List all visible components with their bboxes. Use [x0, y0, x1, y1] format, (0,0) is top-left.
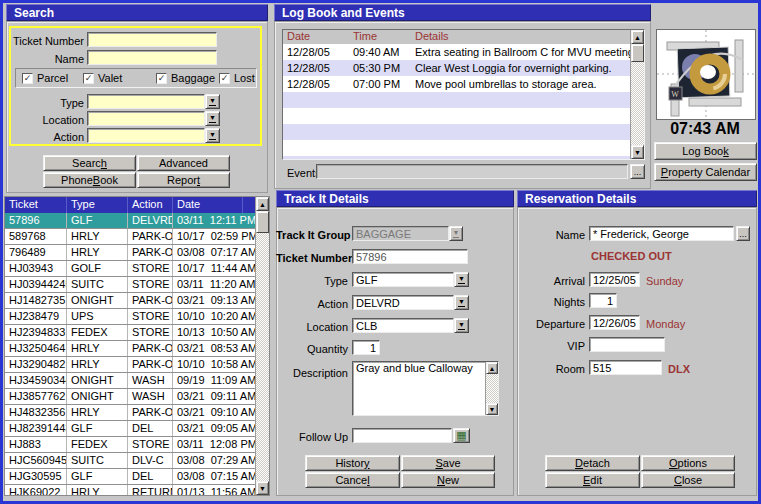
table-row[interactable]: HJ1482735ONIGHTPARK-O03/21 09:13 AM [5, 293, 257, 309]
logbook-column-header: Time [349, 30, 411, 44]
trackit-followup-input[interactable] [352, 428, 452, 443]
description-vertical-scrollbar[interactable]: ▲ ▼ [485, 362, 498, 415]
options-button[interactable]: Options [641, 455, 735, 471]
type-combo-input[interactable] [87, 94, 205, 109]
table-row[interactable]: HJ039442456SUITCSTORE03/11 11:20 AM [5, 277, 257, 293]
history-button[interactable]: History [305, 455, 400, 471]
reservation-name-input[interactable] [589, 226, 734, 241]
check-icon[interactable]: ✓ [83, 73, 94, 84]
advanced-button[interactable]: Advanced [137, 155, 230, 171]
scroll-up-icon: ▲ [489, 365, 496, 372]
logbook-cell [411, 156, 630, 160]
location-dropdown-button[interactable]: ▼ [205, 111, 220, 126]
check-icon[interactable]: ✓ [22, 73, 33, 84]
table-row[interactable]: HJ82391443GLFDEL03/21 09:05 AM [5, 421, 257, 437]
report-button[interactable]: Report [137, 172, 230, 188]
table-row[interactable]: HJG30595GLFDEL03/08 07:15 AM [5, 469, 257, 485]
name-lookup-button[interactable]: ... [736, 226, 750, 241]
checkbox-valet[interactable]: ✓Valet [83, 72, 122, 84]
logbook-row[interactable]: 12/28/0507:00 PMMove pool umbrellas to s… [283, 76, 630, 92]
logbook-row[interactable]: 12/28/0509:40 AMExtra seating in Ballroo… [283, 44, 630, 60]
check-icon[interactable]: ✓ [219, 73, 230, 84]
name-input[interactable] [87, 50, 217, 65]
checkbox-lost[interactable]: ✓Lost [219, 72, 255, 84]
table-row[interactable]: HJ883FEDEXSTORE03/11 12:08 PM [5, 437, 257, 453]
table-cell: GLF [67, 421, 128, 436]
action-dropdown-button[interactable]: ▼ [205, 128, 220, 143]
checkbox-baggage[interactable]: ✓Baggage [156, 72, 215, 84]
results-column-header[interactable]: Action [128, 197, 173, 213]
events-input[interactable] [316, 164, 628, 179]
logbook-empty-row[interactable] [283, 140, 630, 156]
logbook-empty-row[interactable] [283, 156, 630, 160]
scrollbar-thumb[interactable] [631, 44, 644, 62]
logbook-empty-row[interactable] [283, 108, 630, 124]
results-column-header[interactable]: Type [67, 197, 128, 213]
checkbox-parcel[interactable]: ✓Parcel [22, 72, 68, 84]
trackit-action-dropdown-button[interactable]: ▼ [454, 295, 469, 310]
trackit-type-dropdown-button[interactable]: ▼ [454, 272, 469, 287]
logbook-rows: 12/28/0509:40 AMExtra seating in Ballroo… [283, 44, 630, 160]
scroll-up-button[interactable]: ▲ [631, 30, 644, 44]
dropdown-arrow-icon: ▼ [453, 229, 460, 238]
log-book-button[interactable]: Log Book [654, 142, 757, 160]
type-dropdown-button[interactable]: ▼ [205, 94, 220, 109]
vip-input[interactable] [589, 337, 665, 352]
logbook-empty-row[interactable] [283, 124, 630, 140]
table-row[interactable]: HJ3250464HRLYPARK-O03/21 08:53 AM [5, 341, 257, 357]
cancel-button[interactable]: Cancel [305, 472, 400, 488]
scrollbar-thumb[interactable] [256, 211, 269, 233]
reservation-panel-titlebar: Reservation Details [517, 190, 757, 207]
scroll-down-button[interactable]: ▼ [486, 403, 498, 415]
table-row[interactable]: 796489HRLYPARK-O03/08 07:17 AM [5, 245, 257, 261]
table-row[interactable]: HJ03943GOLFSTORE10/17 11:44 AM [5, 261, 257, 277]
detach-button[interactable]: Detach [545, 455, 640, 471]
room-input[interactable] [589, 360, 662, 375]
logbook-row[interactable]: 12/28/0505:30 PMClear West Loggia for ov… [283, 60, 630, 76]
trackit-ticket-input[interactable] [352, 249, 468, 264]
action-label: Action [6, 131, 84, 143]
events-more-button[interactable]: ... [630, 164, 645, 179]
search-button[interactable]: Search [43, 155, 136, 171]
trackit-location-dropdown-button[interactable]: ▼ [454, 318, 469, 333]
table-row[interactable]: HJ238479UPSSTORE10/10 10:20 AM [5, 309, 257, 325]
trackit-description-textarea[interactable]: Gray and blue Calloway [352, 361, 499, 416]
property-calendar-button[interactable]: Property Calendar [654, 163, 757, 181]
check-icon[interactable]: ✓ [156, 73, 167, 84]
save-button[interactable]: Save [401, 455, 495, 471]
ticket-number-input[interactable] [87, 32, 217, 47]
logbook-vertical-scrollbar[interactable]: ▲ ▼ [630, 30, 644, 159]
table-row[interactable]: 57896GLFDELVRD03/11 12:11 PM [5, 213, 257, 229]
departure-input[interactable] [589, 315, 640, 330]
table-row[interactable]: HJ4832356HRLYPARK-O03/21 09:10 AM [5, 405, 257, 421]
scroll-up-button[interactable]: ▲ [256, 197, 269, 211]
location-combo-input[interactable] [87, 111, 205, 126]
table-row[interactable]: HJ3290482HRLYPARK-O10/10 10:58 AM [5, 357, 257, 373]
results-column-header[interactable]: Date [173, 197, 243, 213]
scroll-down-button[interactable]: ▼ [256, 481, 269, 495]
new-button[interactable]: New [401, 472, 495, 488]
nights-input[interactable] [589, 293, 617, 308]
scroll-up-button[interactable]: ▲ [486, 362, 498, 374]
table-row[interactable]: HJ3857762ONIGHTWASH03/21 09:11 AM [5, 389, 257, 405]
phone-book-button[interactable]: Phone Book [43, 172, 136, 188]
room-label: Room [517, 363, 585, 375]
results-column-header[interactable]: Ticket [5, 197, 67, 213]
table-row[interactable]: HJK69022HRLYRETURNED01/13 11:56 AM [5, 485, 257, 496]
logbook-empty-row[interactable] [283, 92, 630, 108]
edit-button[interactable]: Edit [545, 472, 640, 488]
trackit-location-combo-input[interactable] [352, 318, 454, 333]
table-row[interactable]: HJ2394833FEDEXSTORE10/13 10:50 AM [5, 325, 257, 341]
close-button[interactable]: Close [641, 472, 735, 488]
action-combo-input[interactable] [87, 128, 205, 143]
trackit-quantity-input[interactable] [352, 340, 380, 355]
trackit-action-combo-input[interactable] [352, 295, 454, 310]
scroll-down-button[interactable]: ▼ [631, 145, 644, 159]
followup-calendar-button[interactable]: ▦ [453, 428, 470, 443]
trackit-type-combo-input[interactable] [352, 272, 454, 287]
arrival-input[interactable] [589, 272, 640, 287]
results-vertical-scrollbar[interactable]: ▲ ▼ [255, 197, 269, 495]
table-row[interactable]: HJC560945SUITCDLV-C03/08 07:29 AM [5, 453, 257, 469]
table-row[interactable]: 589768HRLYPARK-O10/17 02:59 PM [5, 229, 257, 245]
table-row[interactable]: HJ34590344ONIGHTWASH09/19 11:09 AM [5, 373, 257, 389]
